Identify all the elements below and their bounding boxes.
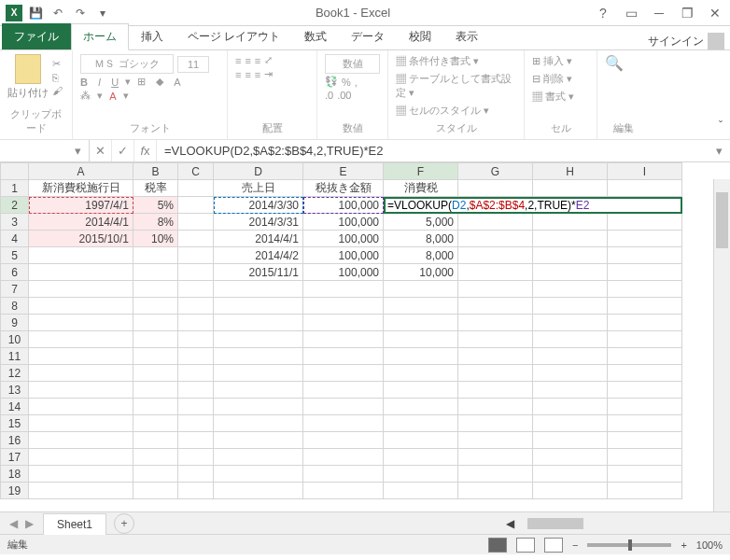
cell[interactable] — [29, 298, 133, 315]
tab-data[interactable]: データ — [339, 23, 397, 49]
cell[interactable] — [458, 315, 533, 331]
font-name-select[interactable]: ＭＳ ゴシック — [80, 54, 174, 74]
cell[interactable] — [384, 415, 458, 432]
cell[interactable] — [458, 415, 533, 432]
cell-styles-button[interactable]: ▦ セルのスタイル ▾ — [396, 104, 516, 118]
cell[interactable] — [178, 415, 214, 432]
tab-review[interactable]: 校閲 — [397, 23, 443, 49]
fill-color-button[interactable]: ◆ — [156, 76, 163, 88]
number-format-select[interactable]: 数値 — [325, 54, 380, 74]
cell[interactable] — [214, 382, 303, 399]
cell[interactable] — [303, 281, 384, 298]
cell[interactable] — [533, 449, 608, 466]
cell[interactable] — [133, 466, 178, 483]
cell[interactable] — [133, 298, 178, 315]
expand-formula-bar-button[interactable]: ▾ — [708, 140, 730, 161]
add-sheet-button[interactable]: + — [114, 513, 134, 534]
phonetic-button[interactable]: ⁂ — [80, 90, 91, 102]
cut-icon[interactable]: ✂ — [52, 58, 63, 70]
cell[interactable] — [608, 432, 682, 449]
cell[interactable] — [214, 298, 303, 315]
worksheet-area[interactable]: A B C D E F G H I 1新消費税施行日税率売上日税抜き金額消費税 … — [0, 162, 730, 511]
page-break-view-button[interactable] — [544, 538, 563, 553]
cell[interactable]: 8% — [133, 214, 178, 231]
row-header[interactable]: 8 — [1, 298, 29, 315]
cell[interactable] — [178, 466, 214, 483]
cell[interactable] — [178, 449, 214, 466]
cell[interactable] — [29, 281, 133, 298]
cell[interactable] — [214, 331, 303, 348]
ribbon-display-button[interactable]: ▭ — [622, 6, 640, 21]
cancel-formula-button[interactable]: ✕ — [90, 140, 112, 161]
align-top-button[interactable]: ≡ — [235, 55, 241, 66]
cell[interactable] — [133, 432, 178, 449]
cell[interactable] — [608, 231, 682, 247]
cell[interactable] — [608, 348, 682, 365]
row-header[interactable]: 6 — [1, 264, 29, 281]
cell[interactable] — [214, 432, 303, 449]
cell[interactable] — [178, 247, 214, 264]
cell[interactable] — [214, 315, 303, 331]
cell[interactable] — [133, 331, 178, 348]
copy-icon[interactable]: ⎘ — [52, 72, 63, 83]
cell[interactable] — [458, 214, 533, 231]
cell[interactable]: 100,000 — [303, 264, 384, 281]
scroll-thumb[interactable] — [716, 192, 728, 248]
cell[interactable] — [533, 214, 608, 231]
cell[interactable]: 2014/4/1 — [29, 214, 133, 231]
cell[interactable] — [303, 315, 384, 331]
format-painter-icon[interactable]: 🖌 — [52, 85, 63, 96]
cell[interactable]: 1997/4/1 — [29, 197, 133, 214]
cell[interactable] — [608, 415, 682, 432]
cell[interactable] — [458, 281, 533, 298]
cell[interactable] — [29, 432, 133, 449]
col-header-f[interactable]: F — [384, 163, 458, 180]
cell[interactable] — [303, 348, 384, 365]
cell[interactable] — [608, 466, 682, 483]
cell[interactable] — [178, 231, 214, 247]
col-header-b[interactable]: B — [133, 163, 178, 180]
cell[interactable] — [384, 348, 458, 365]
cell[interactable] — [458, 180, 533, 197]
cell[interactable]: 100,000 — [303, 247, 384, 264]
cell[interactable] — [214, 365, 303, 382]
cell[interactable] — [458, 399, 533, 415]
cell[interactable] — [608, 298, 682, 315]
cell[interactable] — [533, 348, 608, 365]
cell[interactable] — [458, 231, 533, 247]
cell[interactable] — [303, 466, 384, 483]
cell[interactable]: 2014/4/2 — [214, 247, 303, 264]
cell[interactable] — [29, 247, 133, 264]
col-header-d[interactable]: D — [214, 163, 303, 180]
row-header[interactable]: 16 — [1, 432, 29, 449]
delete-cells-button[interactable]: ⊟ 削除 ▾ — [532, 72, 589, 86]
cell[interactable]: 新消費税施行日 — [29, 180, 133, 197]
cell[interactable] — [458, 348, 533, 365]
sheet-nav[interactable]: ◀▶ — [0, 517, 43, 530]
cell[interactable] — [178, 197, 214, 214]
col-header-a[interactable]: A — [29, 163, 133, 180]
cell[interactable] — [384, 365, 458, 382]
cell[interactable] — [384, 281, 458, 298]
tab-formula[interactable]: 数式 — [292, 23, 339, 49]
cell[interactable] — [384, 432, 458, 449]
cell[interactable] — [458, 449, 533, 466]
cell[interactable] — [384, 382, 458, 399]
undo-button[interactable]: ↶ — [49, 4, 67, 22]
cell[interactable] — [303, 298, 384, 315]
cell[interactable] — [458, 365, 533, 382]
cell[interactable]: 2014/3/31 — [214, 214, 303, 231]
cell[interactable] — [608, 315, 682, 331]
border-button[interactable]: ⊞ — [137, 76, 146, 88]
cell[interactable] — [133, 415, 178, 432]
cell[interactable] — [533, 247, 608, 264]
cell[interactable] — [608, 449, 682, 466]
cell[interactable] — [29, 382, 133, 399]
row-header[interactable]: 7 — [1, 281, 29, 298]
tab-insert[interactable]: 挿入 — [129, 23, 175, 49]
cell[interactable] — [533, 466, 608, 483]
cell[interactable] — [458, 264, 533, 281]
row-header[interactable]: 12 — [1, 365, 29, 382]
align-right-button[interactable]: ≡ — [255, 69, 260, 80]
cell[interactable] — [533, 180, 608, 197]
